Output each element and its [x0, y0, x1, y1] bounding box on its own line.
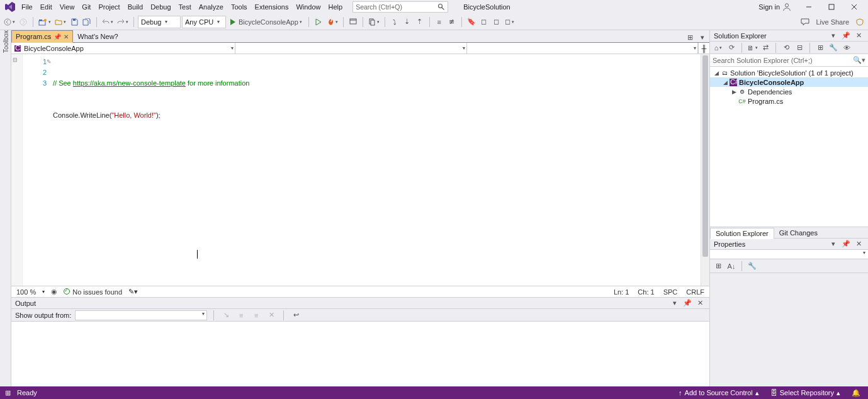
menu-test[interactable]: Test — [175, 2, 195, 12]
output-close-button[interactable]: ✕ — [694, 299, 706, 308]
undo-button[interactable] — [101, 16, 115, 28]
menu-build[interactable]: Build — [124, 2, 147, 12]
menu-file[interactable]: File — [18, 2, 37, 12]
notifications-button[interactable]: 🔔 — [849, 389, 863, 397]
start-debug-button[interactable]: BicycleConsoleApp — [227, 16, 305, 28]
tree-program-cs-node[interactable]: C# Program.cs — [710, 96, 868, 106]
save-all-button[interactable] — [81, 16, 93, 28]
split-editor-button[interactable]: ╫ — [698, 43, 709, 53]
tree-project-node[interactable]: ◢C# BicycleConsoleApp — [710, 77, 868, 87]
se-pending-button[interactable]: 🗎 — [747, 43, 758, 53]
se-close-button[interactable]: ✕ — [853, 31, 864, 40]
zoom-dropdown-icon[interactable]: ▾ — [42, 289, 45, 295]
se-pin-button[interactable]: 📌 — [840, 31, 852, 40]
props-close-button[interactable]: ✕ — [853, 240, 864, 249]
props-object-dropdown[interactable] — [710, 250, 868, 259]
menu-tools[interactable]: Tools — [227, 2, 251, 12]
uncomment-button[interactable]: ≢ — [446, 16, 458, 28]
sign-in-button[interactable]: Sign in — [755, 1, 795, 13]
output-goto-button[interactable]: ↘ — [220, 309, 232, 322]
start-no-debug-button[interactable] — [313, 16, 324, 28]
tree-dependencies-node[interactable]: ▶⚙ Dependencies — [710, 87, 868, 96]
next-bookmark-button[interactable]: ◻ — [491, 16, 502, 28]
health-indicator-icon[interactable]: ✎▾ — [128, 288, 138, 296]
indent-type[interactable]: SPC — [663, 288, 678, 296]
step-over-button[interactable]: ⤵ — [389, 16, 400, 28]
minimize-button[interactable] — [800, 1, 818, 13]
live-share-button[interactable]: Live Share — [812, 16, 853, 28]
find-in-files-button[interactable] — [367, 16, 381, 28]
comment-button[interactable]: ≡ — [434, 16, 445, 28]
se-search-input[interactable]: Search Solution Explorer (Ctrl+;) 🔍▾ — [710, 54, 868, 67]
se-collapse-button[interactable]: ⊟ — [794, 43, 805, 53]
se-show-all-button[interactable]: ⊞ — [814, 43, 826, 53]
select-repository-button[interactable]: 🗄 Select Repository ▴ — [768, 389, 843, 397]
bookmark-menu-button[interactable]: ◻ — [504, 16, 516, 28]
bookmark-button[interactable]: 🔖 — [466, 16, 477, 28]
se-switch-view-button[interactable]: ⟳ — [726, 43, 737, 53]
add-source-control-button[interactable]: ↑ Add to Source Control ▴ — [676, 389, 762, 397]
nav-type-dropdown[interactable]: ▾ — [235, 43, 467, 53]
toolbox-strip[interactable]: Toolbox — [0, 30, 11, 386]
menu-window[interactable]: Window — [292, 2, 324, 12]
tab-solution-explorer[interactable]: Solution Explorer — [710, 228, 774, 239]
props-pin-button[interactable]: 📌 — [840, 240, 852, 249]
hot-reload-button[interactable] — [325, 16, 339, 28]
props-alpha-button[interactable]: A↓ — [726, 260, 737, 273]
props-categorized-button[interactable]: ⊞ — [713, 260, 724, 273]
admin-icon[interactable] — [854, 16, 865, 28]
tab-program-cs[interactable]: Program.cs 📌 ✕ — [11, 30, 73, 43]
redo-button[interactable] — [116, 16, 130, 28]
menu-project[interactable]: Project — [94, 2, 123, 12]
menu-help[interactable]: Help — [325, 2, 347, 12]
output-body[interactable] — [11, 322, 709, 386]
line-ending[interactable]: CRLF — [686, 288, 704, 296]
platform-dropdown[interactable]: Any CPU — [182, 16, 226, 28]
props-pages-button[interactable]: 🔧 — [747, 260, 758, 273]
se-sync-button[interactable]: ⇄ — [760, 43, 771, 53]
se-preview-button[interactable]: 👁 — [841, 43, 852, 53]
code-area[interactable]: // See https://aka.ms/new-console-templa… — [50, 54, 701, 286]
new-project-button[interactable] — [37, 16, 52, 28]
outlining-toggle-icon[interactable]: ⊟ — [11, 54, 22, 63]
nav-member-dropdown[interactable]: ▾ — [467, 43, 699, 53]
menu-view[interactable]: View — [56, 2, 79, 12]
glyph-margin[interactable]: ⊟ — [11, 54, 23, 286]
nav-forward-button[interactable] — [18, 16, 29, 28]
prev-bookmark-button[interactable]: ◻ — [478, 16, 490, 28]
vertical-scrollbar[interactable] — [701, 54, 709, 286]
preview-changes-icon[interactable]: ⊞ — [684, 32, 696, 42]
tab-whats-new[interactable]: What's New? — [73, 30, 122, 43]
menu-extensions[interactable]: Extensions — [251, 2, 293, 12]
tab-close-button[interactable]: ✕ — [64, 33, 69, 40]
search-input[interactable]: Search (Ctrl+Q) — [352, 1, 448, 13]
code-editor[interactable]: ⊟ 1 2 3 ✎ // See https://aka.ms/new-cons… — [11, 54, 709, 286]
menu-git[interactable]: Git — [78, 2, 94, 12]
se-properties-button[interactable]: 🔧 — [828, 43, 839, 53]
nav-back-button[interactable] — [3, 16, 16, 28]
maximize-button[interactable] — [823, 1, 840, 13]
output-options-button[interactable]: ▾ — [669, 299, 680, 308]
tab-git-changes[interactable]: Git Changes — [774, 228, 823, 238]
scrollbar-thumb[interactable] — [702, 55, 708, 257]
close-window-button[interactable] — [845, 1, 863, 13]
menu-debug[interactable]: Debug — [147, 2, 174, 12]
output-wrap-button[interactable]: ↩ — [290, 309, 302, 322]
output-source-dropdown[interactable] — [75, 310, 207, 320]
output-next-button[interactable]: ≡ — [251, 309, 262, 322]
open-file-button[interactable] — [54, 16, 67, 28]
menu-analyze[interactable]: Analyze — [195, 2, 227, 12]
nav-project-dropdown[interactable]: C# BicycleConsoleApp ▾ — [11, 43, 235, 53]
pin-icon[interactable]: 📌 — [54, 33, 61, 40]
browser-link-button[interactable] — [347, 16, 359, 28]
feedback-button[interactable] — [799, 16, 811, 28]
properties-grid[interactable] — [710, 273, 868, 386]
tree-solution-node[interactable]: ◢🗂 Solution 'BicycleSolution' (1 of 1 pr… — [710, 68, 868, 77]
se-options-button[interactable]: ▾ — [828, 31, 839, 40]
step-out-button[interactable]: ⇡ — [414, 16, 426, 28]
zoom-level[interactable]: 100 % — [16, 288, 36, 296]
no-issues-indicator[interactable]: No issues found — [64, 288, 122, 296]
find-errors-button[interactable]: ◉ — [51, 288, 57, 296]
output-prev-button[interactable]: ≡ — [235, 309, 247, 322]
config-dropdown[interactable]: Debug — [138, 16, 181, 28]
